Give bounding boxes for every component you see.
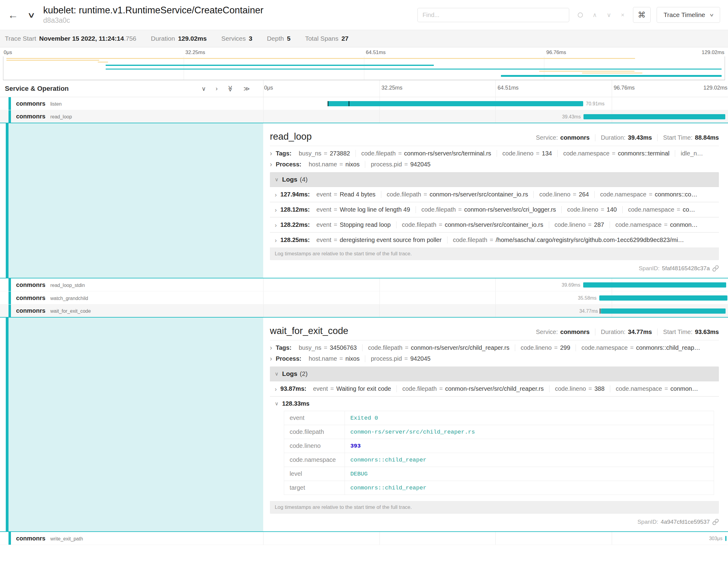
log-entry[interactable]: › 127.94ms: event=Read 4 bytescode.filep… bbox=[270, 187, 719, 202]
span-bar[interactable] bbox=[328, 101, 583, 106]
focus-matches-icon[interactable] bbox=[578, 12, 583, 18]
span-name-cell[interactable]: conmonrswrite_exit_path bbox=[0, 532, 263, 545]
span-timeline-cell[interactable]: 39.69ms bbox=[263, 278, 728, 291]
chevron-right-icon[interactable]: › bbox=[270, 356, 272, 362]
summary-label: Depth bbox=[267, 35, 284, 42]
keyboard-shortcuts-button[interactable]: ⌘ bbox=[633, 7, 651, 23]
chevron-right-icon[interactable]: › bbox=[275, 207, 277, 213]
span-timeline-cell[interactable]: 303μs bbox=[263, 532, 728, 545]
log-entry[interactable]: › 128.25ms: event=deregistering event so… bbox=[270, 232, 719, 247]
previous-match-icon[interactable]: ∧ bbox=[593, 12, 597, 18]
key-value-pair: event=Waiting for exit code bbox=[308, 385, 396, 392]
span-timeline-cell[interactable]: 39.43ms bbox=[263, 110, 728, 123]
logs-header[interactable]: ∨ Logs (4) bbox=[270, 172, 719, 187]
log-timestamp: 128.33ms bbox=[282, 400, 309, 407]
meta-value: 93.63ms bbox=[695, 329, 719, 335]
log-rows: › 93.87ms: event=Waiting for exit codeco… bbox=[270, 381, 719, 396]
view-selector-button[interactable]: Trace Timeline ∨ bbox=[657, 7, 720, 23]
span-bar[interactable] bbox=[583, 282, 726, 288]
kv-key: idle_n… bbox=[681, 150, 703, 157]
kv-value: /home/sascha/.cargo/registry/src/github.… bbox=[496, 237, 684, 243]
log-entry[interactable]: › 128.12ms: event=Wrote log line of leng… bbox=[270, 202, 719, 217]
chevron-right-icon[interactable]: › bbox=[270, 345, 272, 351]
span-bar[interactable] bbox=[601, 308, 726, 314]
expand-all-icon[interactable]: ≫ bbox=[243, 85, 250, 92]
chevron-right-icon[interactable]: › bbox=[275, 192, 277, 198]
kv-value: conmon-rs/server/src/cri_logger.rs bbox=[464, 206, 556, 213]
log-field-row: target conmonrs::child_reaper bbox=[284, 481, 714, 495]
title-block: kubelet: runtime.v1.RuntimeService/Creat… bbox=[43, 5, 263, 24]
kv-key: event bbox=[316, 206, 331, 213]
log-timestamp: 128.12ms: bbox=[281, 206, 310, 213]
chevron-right-icon[interactable]: › bbox=[270, 150, 272, 157]
kv-key: code.filepath bbox=[453, 237, 487, 243]
back-arrow-icon[interactable]: ← bbox=[8, 9, 18, 21]
process-accordion[interactable]: › Process: host.name=nixosprocess.pid=94… bbox=[270, 161, 719, 168]
log-entry[interactable]: › 128.22ms: event=Stopping read loopcode… bbox=[270, 217, 719, 232]
clear-search-icon[interactable]: × bbox=[621, 12, 624, 18]
key-value-pair: event=Stopping read loop bbox=[311, 221, 396, 228]
key-value-pair: code.lineno=264 bbox=[533, 191, 594, 198]
minimap-canvas[interactable] bbox=[3, 56, 725, 80]
find-controls: ∧ ∨ × bbox=[578, 12, 624, 18]
logs-label: Logs bbox=[282, 370, 297, 377]
ruler-tick: 0μs bbox=[264, 85, 273, 91]
operation-name: listen bbox=[50, 101, 62, 107]
next-match-icon[interactable]: ∨ bbox=[607, 12, 611, 18]
chevron-right-icon[interactable]: › bbox=[275, 386, 277, 392]
collapse-one-icon[interactable]: ∨ bbox=[202, 85, 206, 92]
chevron-right-icon[interactable]: › bbox=[270, 161, 272, 168]
find-input[interactable] bbox=[417, 8, 569, 22]
detail-meta-item: Duration:34.77ms bbox=[595, 329, 657, 335]
log-entry[interactable]: › 93.87ms: event=Waiting for exit codeco… bbox=[270, 381, 719, 396]
kv-value: conmon… bbox=[670, 221, 698, 228]
expand-collapse-controls: ∨ › ≫ ≫ bbox=[202, 85, 250, 92]
key-value-pair: busy_ns=273882 bbox=[293, 150, 355, 157]
span-name-cell[interactable]: conmonrsread_loop bbox=[0, 110, 263, 123]
span-bar[interactable] bbox=[583, 114, 725, 119]
process-accordion[interactable]: › Process: host.name=nixosprocess.pid=94… bbox=[270, 355, 719, 362]
span-name-cell[interactable]: conmonrsread_loop_stdin bbox=[0, 278, 263, 291]
key-value-pair: code.namespace=conmon… bbox=[610, 385, 703, 392]
chevron-down-icon[interactable]: ∨ bbox=[275, 371, 278, 376]
kv-value: 388 bbox=[594, 385, 604, 392]
expanded-log-header[interactable]: ∨ 128.33ms bbox=[275, 400, 714, 407]
chevron-right-icon[interactable]: › bbox=[275, 222, 277, 228]
kv-key: event bbox=[316, 237, 331, 243]
chevron-down-icon: ∨ bbox=[709, 12, 714, 17]
span-timeline-cell[interactable]: 34.77ms bbox=[263, 305, 728, 317]
span-name-cell[interactable]: conmonrswait_for_exit_code bbox=[0, 305, 263, 317]
expanded-accent-bar[interactable] bbox=[6, 123, 9, 278]
span-name-cell[interactable]: conmonrslisten bbox=[0, 97, 263, 110]
span-detail-panel: wait_for_exit_code Service:conmonrsDurat… bbox=[263, 318, 728, 531]
span-timeline-cell[interactable]: 35.58ms bbox=[263, 291, 728, 304]
expanded-accent-bar[interactable] bbox=[6, 318, 9, 531]
meta-value: 34.77ms bbox=[628, 329, 652, 335]
tags-accordion[interactable]: › Tags: busy_ns=34506763code.filepath=co… bbox=[270, 344, 719, 351]
tags-accordion[interactable]: › Tags: busy_ns=273882code.filepath=conm… bbox=[270, 150, 719, 157]
span-bar[interactable] bbox=[725, 536, 727, 541]
collapse-title-chevron-icon[interactable]: ∨ bbox=[27, 11, 35, 19]
copy-link-icon[interactable] bbox=[712, 265, 719, 272]
span-name-cell[interactable]: conmonrswatch_grandchild bbox=[0, 291, 263, 304]
minimap-span-bar bbox=[582, 73, 643, 73]
minimap-tick: 129.02ms bbox=[702, 49, 724, 56]
kv-key: code.lineno bbox=[502, 150, 533, 157]
logs-header[interactable]: ∨ Logs (2) bbox=[270, 366, 719, 381]
chevron-down-icon[interactable]: ∨ bbox=[275, 177, 278, 182]
expanded-log-entry: ∨ 128.33ms event Exited 0 code.filepath … bbox=[270, 396, 719, 501]
expand-one-icon[interactable]: › bbox=[216, 85, 218, 92]
chevron-down-icon[interactable]: ∨ bbox=[275, 401, 278, 406]
span-duration-label: 70.91ms bbox=[586, 97, 604, 110]
span-bar[interactable] bbox=[599, 295, 727, 301]
collapse-all-icon[interactable]: ≫ bbox=[227, 85, 234, 92]
span-timeline-cell[interactable]: 70.91ms bbox=[263, 97, 728, 110]
log-field-row: code.lineno 393 bbox=[284, 439, 714, 453]
span-row-wait-for-exit-code: conmonrswait_for_exit_code 34.77ms bbox=[0, 305, 728, 318]
divider bbox=[270, 146, 719, 146]
copy-link-icon[interactable] bbox=[712, 519, 719, 525]
chevron-right-icon[interactable]: › bbox=[275, 237, 277, 243]
service-name: conmonrs bbox=[16, 100, 46, 107]
operation-name: wait_for_exit_code bbox=[50, 308, 91, 314]
tags-label: Tags: bbox=[276, 344, 291, 351]
